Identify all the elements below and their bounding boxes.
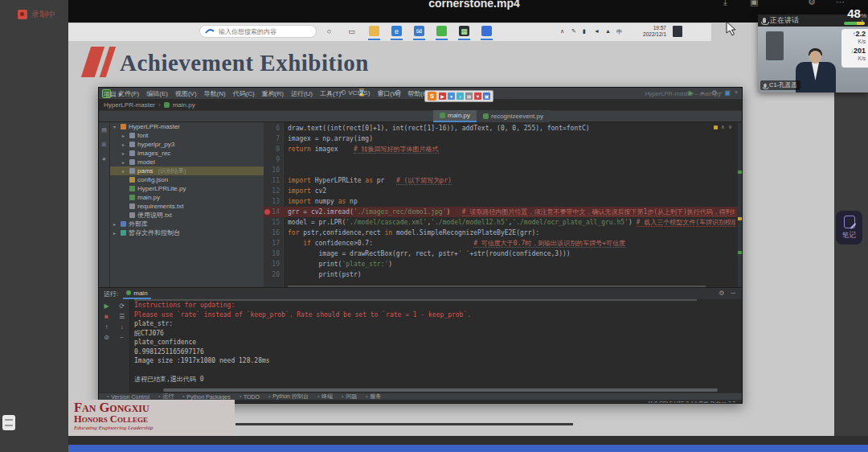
capture-toolbar[interactable]: S ▶♦♪▤♥▣ bbox=[424, 90, 493, 102]
clear-icon[interactable]: − bbox=[120, 334, 124, 341]
code-line[interactable]: 13import numpy as np bbox=[264, 196, 742, 207]
edge-icon[interactable]: e bbox=[391, 26, 402, 36]
inspections-widget[interactable]: ∧ ∨ bbox=[714, 124, 732, 130]
code-line[interactable]: 8return imagex # 转换回写好的字体图片格式 bbox=[264, 144, 742, 154]
tree-item[interactable]: 使用说明.txt bbox=[110, 211, 264, 220]
wechat-icon[interactable] bbox=[436, 26, 447, 36]
heart-icon[interactable]: ♥ bbox=[474, 92, 481, 100]
code-editor[interactable]: 6draw.text((int(rect[0]+1), int(rect[1]-… bbox=[264, 122, 742, 287]
breadcrumb-project[interactable]: HyperLPR-master bbox=[104, 101, 155, 109]
add-icon[interactable]: ⊕ bbox=[378, 88, 384, 97]
search-icon[interactable]: ⌕ bbox=[701, 89, 704, 97]
tree-expand-arrow[interactable]: ▸ bbox=[122, 159, 127, 165]
code-line[interactable]: 18 image = drawRectBox(grr, rect, pstr+'… bbox=[264, 249, 742, 259]
tool-window-button[interactable]: ▪服务 bbox=[366, 392, 381, 400]
code-line[interactable]: 12import cv2 bbox=[264, 186, 742, 196]
chevron-down-icon[interactable]: ∨ bbox=[728, 124, 732, 130]
ime-icon[interactable]: 中 bbox=[616, 28, 622, 36]
network-icon[interactable]: ▲ bbox=[605, 28, 611, 34]
up-icon[interactable]: ↑ bbox=[105, 323, 108, 331]
tool-window-button[interactable]: ▪运行 bbox=[158, 392, 174, 400]
monitor-icon[interactable]: ▣ bbox=[483, 92, 490, 100]
tree-expand-arrow[interactable]: ▾ bbox=[113, 124, 118, 129]
tool-window-button[interactable]: ▪终端 bbox=[317, 392, 333, 400]
code-line[interactable]: 16for pstr,confidence,rect in model.Simp… bbox=[264, 228, 742, 238]
file-explorer-icon[interactable] bbox=[369, 26, 379, 36]
tree-item[interactable]: requirements.txt bbox=[110, 202, 264, 211]
editor-scrollbar[interactable] bbox=[738, 122, 742, 287]
collapse-icon[interactable]: ─ bbox=[731, 290, 735, 297]
taskbar-search-box[interactable]: 输入你想搜索的内容 bbox=[199, 25, 317, 38]
tool-window-button[interactable]: ▪Version Control bbox=[107, 394, 149, 400]
stop-icon[interactable]: ■ bbox=[104, 313, 108, 320]
code-line[interactable]: 19 print('plate_str:') bbox=[264, 259, 742, 269]
tree-expand-arrow[interactable]: ▸ bbox=[122, 142, 127, 147]
tree-expand-arrow[interactable]: ▸ bbox=[122, 168, 127, 174]
pip-icon[interactable]: ▣ bbox=[750, 0, 758, 7]
menu-item[interactable]: 代码(C) bbox=[233, 89, 255, 98]
mail-icon[interactable]: ✉ bbox=[414, 26, 424, 36]
tree-expand-arrow[interactable]: ▸ bbox=[122, 133, 127, 138]
code-line[interactable]: 10 bbox=[264, 165, 742, 175]
down-icon[interactable]: ↓ bbox=[121, 323, 124, 331]
download-icon[interactable]: ⤓ bbox=[723, 0, 727, 7]
structure-strip-icon[interactable]: ⊞ bbox=[102, 142, 107, 148]
image-icon[interactable]: ▤ bbox=[465, 92, 473, 100]
hourglass-icon[interactable]: ⌛ bbox=[358, 88, 366, 97]
code-line[interactable]: 11import HyperLPRLite as pr # (以下简写为pr) bbox=[264, 175, 742, 186]
run-icon[interactable]: ▶ bbox=[689, 89, 694, 97]
tree-expand-arrow[interactable]: ▸ bbox=[113, 221, 118, 227]
settings-icon[interactable]: ⚙ bbox=[808, 0, 816, 7]
menu-item[interactable]: 导航(N) bbox=[204, 89, 226, 98]
code-line[interactable]: 6draw.text((int(rect[0]+1), int(rect[1]-… bbox=[264, 123, 742, 134]
tree-item[interactable]: ▸外部库 bbox=[110, 220, 264, 228]
mic-icon[interactable]: ♦ bbox=[448, 92, 455, 100]
show-desktop-button[interactable] bbox=[673, 26, 682, 37]
task-view-icon[interactable]: ▭ bbox=[346, 26, 357, 36]
layout-icon[interactable]: ▣ bbox=[724, 89, 731, 97]
notes-button[interactable]: 笔记 bbox=[836, 211, 862, 244]
tree-item[interactable]: ▸font bbox=[110, 131, 264, 140]
sync-icon[interactable]: ⟲ bbox=[340, 88, 346, 97]
tree-item[interactable]: ▸暂存文件和控制台 bbox=[110, 228, 264, 237]
tree-expand-arrow[interactable]: ▸ bbox=[122, 150, 127, 156]
menu-item[interactable]: 编辑(E) bbox=[146, 89, 168, 98]
cortana-icon[interactable]: ○ bbox=[324, 26, 334, 36]
rerun-icon[interactable]: ▶ bbox=[104, 302, 108, 310]
menu-item[interactable]: 运行(U) bbox=[291, 89, 313, 98]
audio-icon[interactable]: ♪ bbox=[457, 92, 464, 100]
editor-tab[interactable]: recognizeevent.py bbox=[477, 110, 550, 122]
tool-window-button[interactable]: ▪Python Packages bbox=[182, 394, 231, 400]
tree-expand-arrow[interactable]: ▸ bbox=[113, 230, 118, 236]
chevron-up-icon[interactable]: ∧ bbox=[721, 124, 725, 130]
minimize-panel-icon[interactable]: ─ bbox=[412, 88, 417, 97]
settings-icon-small[interactable]: ⚙ bbox=[711, 89, 717, 97]
side-panel-handle[interactable] bbox=[2, 415, 15, 430]
code-line[interactable]: 14grr = cv2.imread('./images_rec/demo1.j… bbox=[264, 207, 742, 217]
editor-tab[interactable]: main.py bbox=[433, 110, 477, 122]
tool-window-button[interactable]: ▪TODO bbox=[240, 394, 260, 400]
tree-item[interactable]: ▸hyperlpr_py3 bbox=[110, 140, 264, 149]
code-line[interactable]: 20 print(pstr) bbox=[264, 269, 742, 280]
breadcrumb[interactable]: HyperLPR-master › main.py bbox=[104, 99, 195, 110]
photos-icon[interactable]: ▦ bbox=[459, 26, 469, 36]
tree-item[interactable]: ▸images_rec bbox=[110, 149, 264, 158]
volume-icon[interactable]: ◄ bbox=[594, 28, 600, 34]
refresh-icon[interactable]: ⟳ bbox=[119, 302, 125, 310]
tool-window-button[interactable]: ▪问题 bbox=[342, 392, 357, 400]
menu-icon[interactable]: ☰ bbox=[119, 313, 125, 320]
menu-item[interactable]: 视图(V) bbox=[175, 89, 197, 98]
pin-icon[interactable]: ⊘ bbox=[104, 334, 109, 341]
run-tab[interactable]: main bbox=[123, 288, 150, 299]
battery-icon[interactable]: ▮ bbox=[583, 28, 586, 35]
tool-window-button[interactable]: ▪Python 控制台 bbox=[268, 392, 309, 400]
favorites-strip-icon[interactable]: ★ bbox=[101, 156, 106, 162]
code-line[interactable]: 7imagex = np.array(img) bbox=[264, 134, 742, 144]
gear-icon[interactable]: ⚙ bbox=[719, 290, 724, 297]
menu-item[interactable]: 工具(T) bbox=[320, 89, 341, 98]
tree-item[interactable]: main.py bbox=[110, 193, 264, 202]
code-line[interactable]: 15model = pr.LPR('./model/cascade.xml','… bbox=[264, 217, 742, 228]
code-line[interactable]: 17 if confidence>0.7: # 可信度大于0.7时，则输出该识别… bbox=[264, 238, 742, 249]
breadcrumb-file[interactable]: main.py bbox=[173, 101, 195, 109]
settings-gear-icon[interactable]: ⚙ bbox=[395, 88, 401, 97]
